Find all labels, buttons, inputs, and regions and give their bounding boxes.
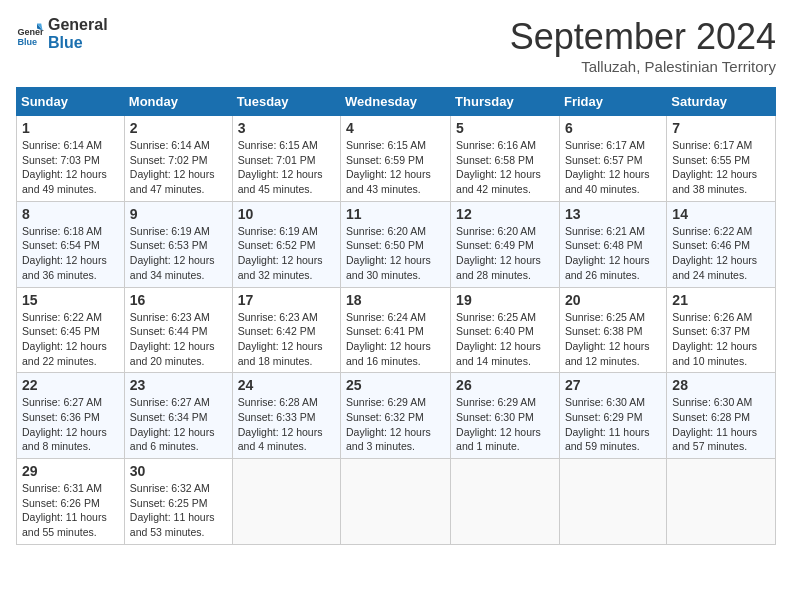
calendar-cell: 10Sunrise: 6:19 AMSunset: 6:52 PMDayligh… — [232, 201, 340, 287]
location-subtitle: Talluzah, Palestinian Territory — [510, 58, 776, 75]
day-info: Sunrise: 6:18 AMSunset: 6:54 PMDaylight:… — [22, 224, 119, 283]
calendar-week-4: 29Sunrise: 6:31 AMSunset: 6:26 PMDayligh… — [17, 459, 776, 545]
calendar-cell: 18Sunrise: 6:24 AMSunset: 6:41 PMDayligh… — [341, 287, 451, 373]
day-info: Sunrise: 6:27 AMSunset: 6:36 PMDaylight:… — [22, 395, 119, 454]
calendar-cell — [451, 459, 560, 545]
calendar-cell: 22Sunrise: 6:27 AMSunset: 6:36 PMDayligh… — [17, 373, 125, 459]
day-number: 29 — [22, 463, 119, 479]
logo-blue: Blue — [48, 34, 108, 52]
calendar-cell: 14Sunrise: 6:22 AMSunset: 6:46 PMDayligh… — [667, 201, 776, 287]
header-sunday: Sunday — [17, 88, 125, 116]
day-number: 30 — [130, 463, 227, 479]
calendar-cell: 9Sunrise: 6:19 AMSunset: 6:53 PMDaylight… — [124, 201, 232, 287]
calendar-week-0: 1Sunrise: 6:14 AMSunset: 7:03 PMDaylight… — [17, 116, 776, 202]
calendar-cell: 24Sunrise: 6:28 AMSunset: 6:33 PMDayligh… — [232, 373, 340, 459]
day-number: 5 — [456, 120, 554, 136]
calendar-cell: 29Sunrise: 6:31 AMSunset: 6:26 PMDayligh… — [17, 459, 125, 545]
day-info: Sunrise: 6:32 AMSunset: 6:25 PMDaylight:… — [130, 481, 227, 540]
day-info: Sunrise: 6:16 AMSunset: 6:58 PMDaylight:… — [456, 138, 554, 197]
day-info: Sunrise: 6:17 AMSunset: 6:57 PMDaylight:… — [565, 138, 661, 197]
day-info: Sunrise: 6:25 AMSunset: 6:40 PMDaylight:… — [456, 310, 554, 369]
day-number: 2 — [130, 120, 227, 136]
day-info: Sunrise: 6:22 AMSunset: 6:46 PMDaylight:… — [672, 224, 770, 283]
logo-general: General — [48, 16, 108, 34]
day-info: Sunrise: 6:23 AMSunset: 6:44 PMDaylight:… — [130, 310, 227, 369]
day-info: Sunrise: 6:14 AMSunset: 7:02 PMDaylight:… — [130, 138, 227, 197]
calendar-cell: 20Sunrise: 6:25 AMSunset: 6:38 PMDayligh… — [559, 287, 666, 373]
header-monday: Monday — [124, 88, 232, 116]
calendar-cell — [232, 459, 340, 545]
header-tuesday: Tuesday — [232, 88, 340, 116]
day-number: 1 — [22, 120, 119, 136]
day-number: 8 — [22, 206, 119, 222]
calendar-week-1: 8Sunrise: 6:18 AMSunset: 6:54 PMDaylight… — [17, 201, 776, 287]
day-number: 24 — [238, 377, 335, 393]
calendar-table: SundayMondayTuesdayWednesdayThursdayFrid… — [16, 87, 776, 545]
day-number: 28 — [672, 377, 770, 393]
day-info: Sunrise: 6:28 AMSunset: 6:33 PMDaylight:… — [238, 395, 335, 454]
calendar-cell: 1Sunrise: 6:14 AMSunset: 7:03 PMDaylight… — [17, 116, 125, 202]
calendar-header-row: SundayMondayTuesdayWednesdayThursdayFrid… — [17, 88, 776, 116]
day-info: Sunrise: 6:27 AMSunset: 6:34 PMDaylight:… — [130, 395, 227, 454]
day-info: Sunrise: 6:25 AMSunset: 6:38 PMDaylight:… — [565, 310, 661, 369]
day-info: Sunrise: 6:22 AMSunset: 6:45 PMDaylight:… — [22, 310, 119, 369]
page-header: General Blue General Blue September 2024… — [16, 16, 776, 75]
calendar-cell: 6Sunrise: 6:17 AMSunset: 6:57 PMDaylight… — [559, 116, 666, 202]
calendar-cell: 8Sunrise: 6:18 AMSunset: 6:54 PMDaylight… — [17, 201, 125, 287]
calendar-cell: 23Sunrise: 6:27 AMSunset: 6:34 PMDayligh… — [124, 373, 232, 459]
calendar-cell: 21Sunrise: 6:26 AMSunset: 6:37 PMDayligh… — [667, 287, 776, 373]
calendar-cell: 12Sunrise: 6:20 AMSunset: 6:49 PMDayligh… — [451, 201, 560, 287]
calendar-cell: 30Sunrise: 6:32 AMSunset: 6:25 PMDayligh… — [124, 459, 232, 545]
day-number: 15 — [22, 292, 119, 308]
calendar-cell: 15Sunrise: 6:22 AMSunset: 6:45 PMDayligh… — [17, 287, 125, 373]
header-wednesday: Wednesday — [341, 88, 451, 116]
svg-text:Blue: Blue — [17, 36, 37, 46]
calendar-cell: 16Sunrise: 6:23 AMSunset: 6:44 PMDayligh… — [124, 287, 232, 373]
day-info: Sunrise: 6:30 AMSunset: 6:28 PMDaylight:… — [672, 395, 770, 454]
calendar-cell: 19Sunrise: 6:25 AMSunset: 6:40 PMDayligh… — [451, 287, 560, 373]
day-number: 13 — [565, 206, 661, 222]
day-number: 25 — [346, 377, 445, 393]
day-number: 11 — [346, 206, 445, 222]
logo: General Blue General Blue — [16, 16, 108, 51]
day-number: 7 — [672, 120, 770, 136]
title-section: September 2024 Talluzah, Palestinian Ter… — [510, 16, 776, 75]
logo-icon: General Blue — [16, 20, 44, 48]
day-number: 26 — [456, 377, 554, 393]
day-info: Sunrise: 6:15 AMSunset: 7:01 PMDaylight:… — [238, 138, 335, 197]
calendar-cell: 28Sunrise: 6:30 AMSunset: 6:28 PMDayligh… — [667, 373, 776, 459]
header-saturday: Saturday — [667, 88, 776, 116]
calendar-cell — [559, 459, 666, 545]
day-info: Sunrise: 6:30 AMSunset: 6:29 PMDaylight:… — [565, 395, 661, 454]
day-number: 14 — [672, 206, 770, 222]
day-number: 9 — [130, 206, 227, 222]
day-number: 23 — [130, 377, 227, 393]
day-info: Sunrise: 6:21 AMSunset: 6:48 PMDaylight:… — [565, 224, 661, 283]
day-number: 16 — [130, 292, 227, 308]
header-friday: Friday — [559, 88, 666, 116]
day-info: Sunrise: 6:20 AMSunset: 6:50 PMDaylight:… — [346, 224, 445, 283]
month-title: September 2024 — [510, 16, 776, 58]
calendar-cell: 11Sunrise: 6:20 AMSunset: 6:50 PMDayligh… — [341, 201, 451, 287]
day-info: Sunrise: 6:20 AMSunset: 6:49 PMDaylight:… — [456, 224, 554, 283]
day-number: 12 — [456, 206, 554, 222]
day-info: Sunrise: 6:19 AMSunset: 6:52 PMDaylight:… — [238, 224, 335, 283]
day-info: Sunrise: 6:24 AMSunset: 6:41 PMDaylight:… — [346, 310, 445, 369]
day-info: Sunrise: 6:29 AMSunset: 6:30 PMDaylight:… — [456, 395, 554, 454]
day-number: 22 — [22, 377, 119, 393]
calendar-cell — [667, 459, 776, 545]
day-number: 3 — [238, 120, 335, 136]
calendar-cell: 4Sunrise: 6:15 AMSunset: 6:59 PMDaylight… — [341, 116, 451, 202]
day-number: 17 — [238, 292, 335, 308]
calendar-cell: 25Sunrise: 6:29 AMSunset: 6:32 PMDayligh… — [341, 373, 451, 459]
calendar-cell: 26Sunrise: 6:29 AMSunset: 6:30 PMDayligh… — [451, 373, 560, 459]
calendar-cell — [341, 459, 451, 545]
calendar-cell: 13Sunrise: 6:21 AMSunset: 6:48 PMDayligh… — [559, 201, 666, 287]
header-thursday: Thursday — [451, 88, 560, 116]
day-info: Sunrise: 6:26 AMSunset: 6:37 PMDaylight:… — [672, 310, 770, 369]
day-info: Sunrise: 6:19 AMSunset: 6:53 PMDaylight:… — [130, 224, 227, 283]
calendar-cell: 3Sunrise: 6:15 AMSunset: 7:01 PMDaylight… — [232, 116, 340, 202]
day-info: Sunrise: 6:14 AMSunset: 7:03 PMDaylight:… — [22, 138, 119, 197]
calendar-cell: 27Sunrise: 6:30 AMSunset: 6:29 PMDayligh… — [559, 373, 666, 459]
day-number: 21 — [672, 292, 770, 308]
